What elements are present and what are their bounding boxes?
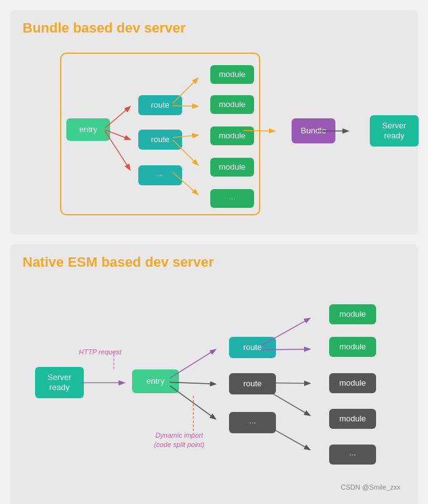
esm-module1: module: [329, 304, 376, 324]
watermark: CSDN @Smile_zxx: [340, 483, 400, 491]
bundle-entry: entry: [66, 118, 110, 141]
bundle-module2: module: [210, 95, 254, 114]
esm-module4: module: [329, 409, 376, 429]
bundle-module4: module: [210, 158, 254, 177]
esm-dots2: ···: [329, 445, 376, 465]
esm-diagram: Server ready entry route route ··· modul…: [23, 280, 405, 493]
esm-server-ready: Server ready: [35, 367, 84, 398]
http-request-label: HTTP request: [79, 348, 121, 356]
bundle-module1: module: [210, 65, 254, 84]
bundle-diagram: entry route route ··· module module modu…: [23, 46, 405, 222]
bundle-module3: module: [210, 126, 254, 145]
esm-section: Native ESM based dev server Server ready…: [10, 244, 418, 504]
esm-title: Native ESM based dev server: [23, 254, 405, 270]
esm-entry: entry: [132, 369, 179, 393]
esm-route1: route: [229, 337, 276, 358]
bundle-dots1: ···: [138, 165, 182, 185]
bundle-box: Bundle: [292, 118, 335, 143]
bundle-section: Bundle based dev server entry route rout…: [10, 10, 418, 234]
bundle-route2: route: [138, 130, 182, 150]
esm-module3: module: [329, 373, 376, 393]
bundle-title: Bundle based dev server: [23, 20, 405, 36]
bundle-route1: route: [138, 95, 182, 115]
esm-dots: ···: [229, 412, 276, 433]
bundle-dots2: ···: [210, 189, 254, 208]
esm-route2: route: [229, 373, 276, 394]
dynamic-import-label: Dynamic import (code split point): [154, 431, 205, 450]
esm-module2: module: [329, 337, 376, 357]
bundle-server-ready: Server ready: [370, 115, 419, 147]
